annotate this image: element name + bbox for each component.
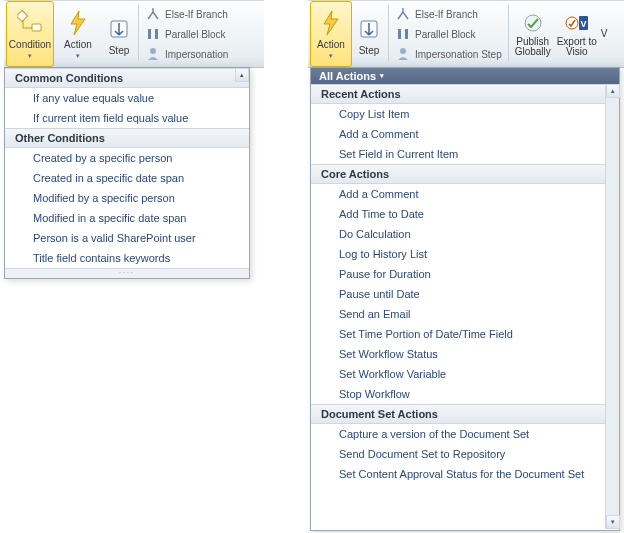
section-header: Document Set Actions <box>311 404 605 424</box>
action-label: Action <box>64 39 92 50</box>
condition-dropdown-panel: ▴ Common Conditions If any value equals … <box>4 67 250 279</box>
panel-header-label: All Actions <box>319 70 376 82</box>
chevron-down-icon: ▾ <box>28 50 32 61</box>
action-dropdown-panel: All Actions ▾ Recent Actions Copy List I… <box>310 67 620 531</box>
action-item[interactable]: Log to History List <box>311 244 605 264</box>
condition-item[interactable]: If any value equals value <box>5 88 249 108</box>
panel-resize-grip[interactable]: ···· <box>5 268 249 278</box>
condition-item[interactable]: Title field contains keywords <box>5 248 249 268</box>
elseif-label: Else-If Branch <box>165 9 228 20</box>
section-header: Recent Actions <box>311 84 605 104</box>
lightning-icon <box>64 9 92 37</box>
action-item[interactable]: Send Document Set to Repository <box>311 444 605 464</box>
parallel-block-button[interactable]: Parallel Block <box>393 25 504 43</box>
publish-globally-button[interactable]: Publish Globally <box>511 1 555 67</box>
parallel-icon <box>395 26 411 42</box>
svg-text:V: V <box>580 19 586 29</box>
action-item[interactable]: Add Time to Date <box>311 204 605 224</box>
truncated-label: V <box>601 29 608 39</box>
action-item[interactable]: Copy List Item <box>311 104 605 124</box>
svg-rect-0 <box>17 10 28 21</box>
step-label: Step <box>109 45 130 56</box>
action-item[interactable]: Add a Comment <box>311 124 605 144</box>
impersonation-button-right[interactable]: Impersonation Step <box>393 45 504 63</box>
scroll-up-button[interactable]: ▴ <box>235 68 249 82</box>
parallel-icon <box>145 26 161 42</box>
action-item[interactable]: Set Workflow Status <box>311 344 605 364</box>
condition-icon <box>16 9 44 37</box>
svg-point-11 <box>566 17 578 29</box>
lightning-icon <box>317 9 345 37</box>
impersonation-label: Impersonation <box>165 49 228 60</box>
svg-rect-1 <box>32 24 41 31</box>
action-item[interactable]: Set Content Approval Status for the Docu… <box>311 464 605 484</box>
action-button-left[interactable]: Action ▾ <box>54 1 102 67</box>
scroll-up-button[interactable]: ▴ <box>606 84 620 98</box>
parallel-label: Parallel Block <box>415 29 476 40</box>
action-item[interactable]: Do Calculation <box>311 224 605 244</box>
action-label: Action <box>317 39 345 50</box>
action-item[interactable]: Capture a version of the Document Set <box>311 424 605 444</box>
elseif-label: Else-If Branch <box>415 9 478 20</box>
separator <box>508 5 509 61</box>
action-button-right[interactable]: Action ▾ <box>310 1 352 67</box>
condition-label: Condition <box>9 39 51 50</box>
right-mini-column: Else-If Branch Parallel Block Impersonat… <box>391 1 506 67</box>
elseif-branch-button[interactable]: Else-If Branch <box>143 5 230 23</box>
step-button-right[interactable]: Step <box>352 1 386 67</box>
condition-item[interactable]: If current item field equals value <box>5 108 249 128</box>
export-visio-label: Export to Visio <box>555 37 599 57</box>
separator <box>138 5 139 61</box>
step-button-left[interactable]: Step <box>102 1 136 67</box>
svg-rect-7 <box>398 29 401 39</box>
chevron-down-icon: ▾ <box>329 50 333 61</box>
panel-header[interactable]: All Actions ▾ <box>311 68 619 84</box>
step-label: Step <box>359 45 380 56</box>
publish-globally-label: Publish Globally <box>511 37 555 57</box>
section-header: Common Conditions <box>5 68 249 88</box>
chevron-down-icon: ▾ <box>380 72 384 80</box>
globe-check-icon <box>521 11 545 35</box>
branch-icon <box>145 6 161 22</box>
separator <box>388 5 389 61</box>
action-item[interactable]: Set Workflow Variable <box>311 364 605 384</box>
condition-item[interactable]: Created by a specific person <box>5 148 249 168</box>
left-mini-column: Else-If Branch Parallel Block Impersonat… <box>141 1 232 67</box>
action-item[interactable]: Add a Comment <box>311 184 605 204</box>
action-item[interactable]: Pause until Date <box>311 284 605 304</box>
parallel-label: Parallel Block <box>165 29 226 40</box>
chevron-down-icon: ▾ <box>76 50 80 61</box>
person-icon <box>395 46 411 62</box>
elseif-branch-button[interactable]: Else-If Branch <box>393 5 504 23</box>
svg-point-9 <box>400 48 406 54</box>
scrollbar[interactable]: ▴ ▾ <box>605 84 619 529</box>
condition-item[interactable]: Modified in a specific date span <box>5 208 249 228</box>
export-visio-button[interactable]: V Export to Visio <box>555 1 599 67</box>
action-list: Recent Actions Copy List Item Add a Comm… <box>311 84 605 529</box>
action-item[interactable]: Send an Email <box>311 304 605 324</box>
section-header: Core Actions <box>311 164 605 184</box>
svg-rect-3 <box>148 29 151 39</box>
action-item[interactable]: Set Time Portion of Date/Time Field <box>311 324 605 344</box>
person-icon <box>145 46 161 62</box>
condition-button[interactable]: Condition ▾ <box>6 1 54 67</box>
step-icon <box>355 15 383 43</box>
branch-icon <box>395 6 411 22</box>
svg-rect-8 <box>405 29 408 39</box>
action-item[interactable]: Set Field in Current Item <box>311 144 605 164</box>
visio-export-icon: V <box>565 11 589 35</box>
action-item[interactable]: Stop Workflow <box>311 384 605 404</box>
impersonation-button-left[interactable]: Impersonation <box>143 45 230 63</box>
svg-rect-4 <box>155 29 158 39</box>
condition-item[interactable]: Created in a specific date span <box>5 168 249 188</box>
svg-point-5 <box>150 48 156 54</box>
step-icon <box>105 15 133 43</box>
scroll-down-button[interactable]: ▾ <box>606 515 620 529</box>
action-item[interactable]: Pause for Duration <box>311 264 605 284</box>
condition-item[interactable]: Modified by a specific person <box>5 188 249 208</box>
parallel-block-button[interactable]: Parallel Block <box>143 25 230 43</box>
svg-point-10 <box>525 15 541 31</box>
condition-item[interactable]: Person is a valid SharePoint user <box>5 228 249 248</box>
truncated-button[interactable]: V <box>599 1 609 67</box>
left-ribbon: Condition ▾ Action ▾ Step Else-If Branch <box>4 0 264 68</box>
